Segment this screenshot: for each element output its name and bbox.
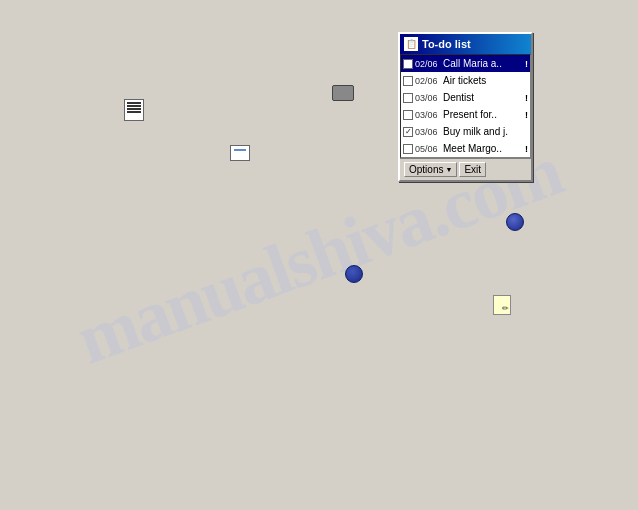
dropdown-arrow-icon: ▼	[445, 166, 452, 173]
task-text-2: Air tickets	[443, 75, 524, 86]
todo-titlebar: 📋 To-do list	[400, 34, 531, 54]
priority-6: !	[525, 144, 528, 154]
file-pen-icon	[493, 295, 511, 315]
notepad-icon	[124, 99, 144, 121]
todo-list: 02/06 Call Maria a.. ! 02/06 Air tickets…	[400, 54, 531, 158]
date-1: 02/06	[415, 59, 441, 69]
exit-button[interactable]: Exit	[459, 162, 486, 177]
todo-row-5[interactable]: 03/06 Buy milk and j.	[401, 123, 530, 140]
options-label: Options	[409, 164, 443, 175]
todo-row-2[interactable]: 02/06 Air tickets	[401, 72, 530, 89]
exit-label: Exit	[464, 164, 481, 175]
desktop-icon-2	[330, 82, 356, 104]
todo-row-3[interactable]: 03/06 Dentist !	[401, 89, 530, 106]
date-6: 05/06	[415, 144, 441, 154]
checkbox-1[interactable]	[403, 59, 413, 69]
todo-footer: Options ▼ Exit	[400, 158, 531, 180]
task-text-3: Dentist	[443, 92, 521, 103]
todo-row-4[interactable]: 03/06 Present for.. !	[401, 106, 530, 123]
priority-4: !	[525, 110, 528, 120]
blue-dot-1	[506, 213, 524, 231]
desktop-icon-3	[228, 143, 252, 163]
options-button[interactable]: Options ▼	[404, 162, 457, 177]
priority-3: !	[525, 93, 528, 103]
checkbox-3[interactable]	[403, 93, 413, 103]
desktop-icon-1	[120, 100, 148, 120]
card-icon	[230, 145, 250, 161]
priority-1: !	[525, 59, 528, 69]
task-text-4: Present for..	[443, 109, 521, 120]
checkbox-5[interactable]	[403, 127, 413, 137]
date-4: 03/06	[415, 110, 441, 120]
desktop-icon-4	[490, 293, 514, 317]
todo-title: To-do list	[422, 38, 471, 50]
date-5: 03/06	[415, 127, 441, 137]
task-text-5: Buy milk and j.	[443, 126, 524, 137]
checkbox-4[interactable]	[403, 110, 413, 120]
checkbox-2[interactable]	[403, 76, 413, 86]
watermark: manualshiva.com	[0, 0, 638, 510]
todo-window: 📋 To-do list 02/06 Call Maria a.. ! 02/0…	[398, 32, 533, 182]
date-2: 02/06	[415, 76, 441, 86]
task-text-6: Meet Margo..	[443, 143, 521, 154]
checkbox-6[interactable]	[403, 144, 413, 154]
todo-row-1[interactable]: 02/06 Call Maria a.. !	[401, 55, 530, 72]
date-3: 03/06	[415, 93, 441, 103]
cassette-icon	[332, 85, 354, 101]
task-text-1: Call Maria a..	[443, 58, 521, 69]
blue-dot-2	[345, 265, 363, 283]
todo-row-6[interactable]: 05/06 Meet Margo.. !	[401, 140, 530, 157]
todo-app-icon: 📋	[404, 37, 418, 51]
